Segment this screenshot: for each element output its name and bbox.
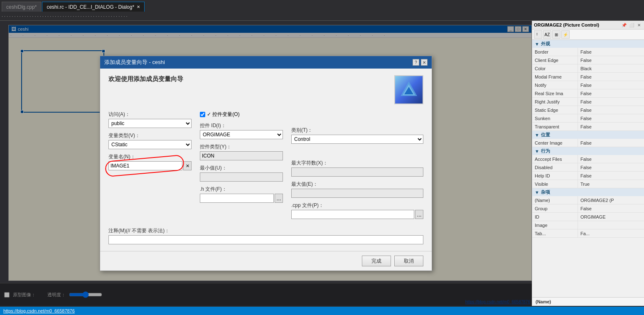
prop-disabled[interactable]: Disabled False <box>532 163 644 172</box>
prop-client-edge[interactable]: Client Edge False <box>532 56 644 64</box>
h-file-browse-btn[interactable]: ... <box>275 194 283 203</box>
collapse-icon-position[interactable]: ▼ <box>535 133 539 138</box>
dialog-close-icon[interactable]: ✕ <box>421 59 428 66</box>
prop-accept-files-value: False <box>578 155 644 163</box>
tab-ceshirc-label: ceshi.rc - IDD_CE...I_DIALOG - Dialog* <box>47 4 134 10</box>
min-value-input[interactable] <box>200 172 283 182</box>
props-az-btn[interactable]: AZ <box>543 30 551 39</box>
variable-type-row: 变量类型(V)： CStatic <box>108 132 192 149</box>
prop-image-name: Image <box>532 221 578 229</box>
prop-transparent[interactable]: Transparent False <box>532 123 644 131</box>
wizard-icon <box>394 75 423 104</box>
prop-static-edge[interactable]: Static Edge False <box>532 106 644 114</box>
section-appearance: ▼ 外观 <box>532 40 644 48</box>
control-variable-checkbox[interactable] <box>200 112 205 117</box>
prop-id-value: ORGIMAGE <box>578 213 644 221</box>
props-scroll-area[interactable]: ▼ 外观 Border False Client Edge False Colo… <box>532 40 644 297</box>
prop-center-image-value: False <box>578 139 644 147</box>
comment-input[interactable] <box>108 235 423 244</box>
prop-id[interactable]: ID ORGIMAGE <box>532 213 644 221</box>
dialog-header: 欢迎使用添加成员变量向导 <box>108 75 423 104</box>
prop-group-name: Group <box>532 204 578 212</box>
tab-close-icon[interactable]: ✕ <box>137 5 140 9</box>
prop-image-value <box>578 221 644 229</box>
cancel-button[interactable]: 取消 <box>394 256 423 266</box>
prop-help-id[interactable]: Help ID False <box>532 172 644 180</box>
max-value-row: 最大值(E)： <box>291 181 423 198</box>
prop-accept-files[interactable]: Acccept Files False <box>532 155 644 163</box>
tab-ceshidlg[interactable]: ceshiDlg.cpp* <box>2 2 41 12</box>
prop-accept-files-name: Acccept Files <box>532 155 578 163</box>
prop-right-justify[interactable]: Right Justify False <box>532 98 644 106</box>
props-events-btn[interactable]: ⚡ <box>561 30 570 39</box>
props-grid-btn[interactable]: ⊞ <box>552 30 560 39</box>
editor-area: 🖼 ceshi _ □ ✕ · · · · · · · · · · · · · … <box>0 21 532 306</box>
prop-name-value: ORGIMAGE2 (P <box>578 196 644 204</box>
control-variable-checkbox-row: ✓ 控件变量(O) <box>200 111 283 118</box>
prop-right-justify-name: Right Justify <box>532 98 578 106</box>
prop-visible-name: Visible <box>532 180 578 188</box>
prop-name[interactable]: (Name) ORGIMAGE2 (P <box>532 196 644 204</box>
prop-tab[interactable]: Tab... Fa... <box>532 229 644 238</box>
min-value-row: 最小值(U)： <box>200 165 283 182</box>
panel-close-btn[interactable]: ✕ <box>636 22 642 28</box>
prop-color[interactable]: Color Black <box>532 64 644 73</box>
prop-border[interactable]: Border False <box>532 48 644 56</box>
toolbar: · · · · · · · · · · · · · · · · · · · · … <box>0 12 644 21</box>
finish-button[interactable]: 完成 <box>362 256 391 266</box>
prop-transparent-name: Transparent <box>532 123 578 130</box>
collapse-icon-misc[interactable]: ▼ <box>535 190 539 195</box>
form-middle: ✓ 控件变量(O) 控件 ID(I)： ORGIMAGE 控件类型(Y)： <box>200 111 283 223</box>
max-value-input[interactable] <box>291 189 423 198</box>
tab-ceshirc[interactable]: ceshi.rc - IDD_CE...I_DIALOG - Dialog* ✕ <box>42 2 145 12</box>
section-position: ▼ 位置 <box>532 131 644 139</box>
variable-type-label: 变量类型(V)： <box>108 132 192 139</box>
access-select[interactable]: publicprotectedprivate <box>108 119 192 128</box>
max-chars-label: 最大字符数(X)： <box>291 160 423 167</box>
prop-center-image[interactable]: Center Image False <box>532 139 644 147</box>
control-id-select[interactable]: ORGIMAGE <box>200 130 283 139</box>
prop-visible-value: True <box>578 180 644 188</box>
spacer2 <box>291 148 423 160</box>
variable-type-select[interactable]: CStatic <box>108 140 192 149</box>
prop-border-name: Border <box>532 48 578 56</box>
prop-real-size[interactable]: Real Size Ima False <box>532 89 644 98</box>
prop-image[interactable]: Image <box>532 221 644 229</box>
prop-notify[interactable]: Notify False <box>532 81 644 89</box>
spacer-row <box>291 111 423 123</box>
h-file-input[interactable] <box>200 194 274 203</box>
cpp-file-input[interactable] <box>291 210 414 219</box>
prop-static-edge-name: Static Edge <box>532 106 578 114</box>
prop-visible[interactable]: Visible True <box>532 180 644 188</box>
prop-notify-name: Notify <box>532 81 578 89</box>
prop-disabled-value: False <box>578 163 644 171</box>
prop-modal-frame[interactable]: Modal Frame False <box>532 73 644 81</box>
prop-help-id-name: Help ID <box>532 172 578 180</box>
props-sort-btn[interactable]: ↕ <box>534 30 542 39</box>
h-file-label: .h 文件(F)： <box>200 186 283 193</box>
panel-float-btn[interactable]: ⬜ <box>628 22 635 28</box>
collapse-icon-appearance[interactable]: ▼ <box>535 42 539 47</box>
max-chars-input[interactable] <box>291 167 423 177</box>
status-link-text[interactable]: https://blog.csdn.net/m0_66587876 <box>3 308 75 313</box>
prop-color-value: Black <box>578 64 644 72</box>
variable-name-input[interactable] <box>108 161 182 170</box>
section-behavior-label: 行为 <box>541 148 550 154</box>
tab-ceshidlg-label: ceshiDlg.cpp* <box>6 4 37 10</box>
variable-name-clear-btn[interactable]: ✕ <box>183 161 192 170</box>
dialog-title-bar: 添加成员变量向导 - ceshi ? ✕ <box>100 56 432 69</box>
prop-center-image-name: Center Image <box>532 139 578 147</box>
cpp-file-browse-btn[interactable]: ... <box>415 210 423 219</box>
dialog-help-btn[interactable]: ? <box>413 59 419 66</box>
prop-group[interactable]: Group False <box>532 204 644 213</box>
prop-name-name: (Name) <box>532 196 578 204</box>
collapse-icon-behavior[interactable]: ▼ <box>535 149 539 154</box>
prop-sunken[interactable]: Sunken False <box>532 114 644 123</box>
panel-pin-btn[interactable]: 📌 <box>621 22 627 28</box>
access-row: 访问(A)： publicprotectedprivate <box>108 111 192 128</box>
comment-label: 注释(M)(// 不需要 表示法)： <box>108 227 423 234</box>
prop-modal-frame-value: False <box>578 73 644 81</box>
wizard-dialog: 添加成员变量向导 - ceshi ? ✕ 欢迎使用添加成员变量向导 <box>100 56 432 271</box>
form-left: 访问(A)： publicprotectedprivate 变量类型(V)： C… <box>108 111 192 223</box>
category-select[interactable]: ControlValue <box>291 135 423 144</box>
